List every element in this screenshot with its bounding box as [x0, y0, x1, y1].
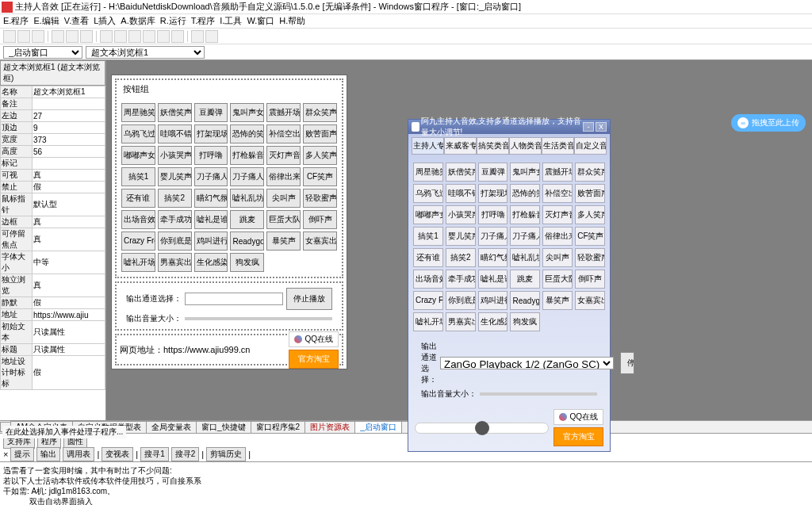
- tool-btn[interactable]: [143, 30, 155, 43]
- sound-button[interactable]: 女嘉宾出场: [303, 231, 337, 251]
- sound-button[interactable]: 婴儿笑声: [446, 227, 476, 246]
- prop-val[interactable]: 真: [33, 216, 105, 228]
- sound-button[interactable]: 打架现场: [478, 184, 508, 203]
- stop-button[interactable]: 停止播放: [620, 352, 634, 374]
- sound-button[interactable]: 跳麦: [230, 210, 264, 229]
- sound-button[interactable]: 生化感染: [194, 253, 228, 272]
- tool-btn[interactable]: [157, 30, 170, 43]
- sound-button[interactable]: 牵手成功: [158, 210, 192, 229]
- sound-button[interactable]: 打枪躲音: [510, 205, 540, 224]
- prop-val[interactable]: 超文本浏览框1: [33, 86, 105, 98]
- sound-button[interactable]: 鸡叫进行曲: [478, 291, 508, 310]
- sound-button[interactable]: 嘘礼开场(女声): [121, 253, 155, 272]
- sound-button[interactable]: 出场音效: [121, 210, 155, 229]
- sound-button[interactable]: 男嘉宾出场: [158, 253, 192, 272]
- menu-item[interactable]: A.数据库: [121, 15, 155, 27]
- sound-button[interactable]: 搞笑2: [446, 248, 476, 267]
- sound-button[interactable]: 周星驰笑: [413, 163, 443, 182]
- seek-slider[interactable]: [415, 423, 549, 434]
- sound-button[interactable]: 狗发疯: [510, 312, 540, 331]
- category-tab[interactable]: 主持人专用: [412, 137, 444, 155]
- sound-button[interactable]: 尖叫声: [266, 189, 301, 208]
- prop-val[interactable]: 只读属性: [33, 321, 105, 344]
- sound-button[interactable]: 巨蛋大队: [542, 270, 573, 289]
- sound-button[interactable]: 刀子痛人2: [510, 227, 540, 246]
- sound-button[interactable]: 暴笑声: [266, 231, 301, 251]
- sound-button[interactable]: 鬼叫声女: [510, 163, 540, 182]
- qq-button[interactable]: QQ在线: [289, 331, 339, 347]
- sound-button[interactable]: 刀子痛人2: [230, 167, 264, 186]
- prop-val[interactable]: https://www.ajiu: [33, 309, 105, 321]
- tool-btn[interactable]: [3, 30, 16, 43]
- tool-btn[interactable]: [32, 30, 44, 43]
- sound-button[interactable]: 败苦面声: [303, 124, 337, 143]
- menu-item[interactable]: I.工具: [220, 15, 242, 27]
- tool-btn[interactable]: [114, 30, 127, 43]
- sound-button[interactable]: 俗律出来: [266, 167, 301, 186]
- bottom-tab[interactable]: _启动窗口: [354, 421, 402, 434]
- bottom-tab[interactable]: 窗口程序集2: [251, 421, 306, 434]
- sound-button[interactable]: Readygo: [510, 291, 540, 310]
- sound-button[interactable]: 轻歌蜜声: [303, 189, 337, 208]
- sound-button[interactable]: CF笑声: [303, 167, 337, 186]
- output-channel-select[interactable]: [185, 293, 283, 305]
- sound-button[interactable]: 嘘礼是谁: [478, 270, 508, 289]
- btn[interactable]: 输出: [36, 447, 60, 461]
- sound-button[interactable]: 打架现场: [194, 124, 228, 143]
- category-tab[interactable]: 生活类音效: [542, 137, 574, 155]
- btn[interactable]: 变视表: [102, 447, 133, 461]
- prop-val[interactable]: 27: [33, 110, 105, 122]
- sound-button[interactable]: 你到底是谁: [158, 231, 192, 251]
- sound-button[interactable]: 妖僧笑声: [158, 103, 192, 122]
- sound-button[interactable]: 嘘礼是谁: [194, 210, 228, 229]
- sound-button[interactable]: 瞄幻气氛: [194, 189, 228, 208]
- sound-button[interactable]: 你到底是谁: [446, 291, 476, 310]
- prop-val[interactable]: 中等: [33, 251, 105, 274]
- prop-val[interactable]: 只读属性: [33, 344, 105, 356]
- sound-button[interactable]: 刀子痛人1: [194, 167, 228, 186]
- sound-button[interactable]: 出场音效: [413, 270, 443, 289]
- sound-button[interactable]: 还有谁: [413, 248, 443, 267]
- tool-btn[interactable]: [17, 30, 30, 43]
- sound-button[interactable]: 牵手成功: [446, 270, 476, 289]
- prop-val[interactable]: 默认型: [33, 193, 105, 216]
- sound-button[interactable]: 妖僧笑声: [446, 163, 476, 182]
- prop-val[interactable]: 56: [33, 146, 105, 158]
- sound-button[interactable]: 跳麦: [510, 270, 540, 289]
- sound-button[interactable]: 哇哦不错: [446, 184, 476, 203]
- menu-item[interactable]: E.编辑: [33, 15, 59, 27]
- sound-button[interactable]: Crazy Frog特技: [413, 291, 443, 310]
- window-combo[interactable]: _启动窗口: [3, 46, 82, 59]
- category-tab[interactable]: 搞笑类音效: [477, 137, 509, 155]
- menu-item[interactable]: H.帮助: [279, 15, 305, 27]
- sound-button[interactable]: 搞笑1: [413, 227, 443, 246]
- sound-button[interactable]: Crazy Frog特技: [121, 231, 155, 251]
- sound-button[interactable]: 嘘礼乱坊: [230, 189, 264, 208]
- sound-button[interactable]: 恐怖的笑: [510, 184, 540, 203]
- menu-item[interactable]: L插入: [94, 15, 116, 27]
- tool-btn[interactable]: [100, 30, 113, 43]
- tool-btn[interactable]: [205, 30, 218, 43]
- sound-button[interactable]: 尖叫声: [542, 248, 573, 267]
- sound-button[interactable]: 周星驰笑: [121, 103, 155, 122]
- sound-button[interactable]: 嘟嘟声女: [121, 146, 155, 165]
- sidebar-tab[interactable]: 超文本浏览框1 (超文本浏览框): [0, 60, 105, 86]
- stop-button[interactable]: 停止播放: [286, 288, 332, 310]
- sound-button[interactable]: 打呼噜: [194, 146, 228, 165]
- sound-button[interactable]: 倒吓声: [303, 210, 337, 229]
- bottom-tab[interactable]: 窗口_快捷键: [196, 421, 251, 434]
- control-combo[interactable]: 超文本浏览框1: [86, 46, 205, 59]
- sound-button[interactable]: 男嘉宾出场: [446, 312, 476, 331]
- tool-btn[interactable]: [80, 30, 93, 43]
- prop-val[interactable]: 假: [33, 356, 105, 390]
- btn[interactable]: 提示: [10, 447, 34, 461]
- btn[interactable]: 搜寻2: [171, 447, 200, 461]
- category-tab[interactable]: 自定义音效: [574, 137, 607, 155]
- tool-btn[interactable]: [66, 30, 79, 43]
- sound-button[interactable]: 暴笑声: [542, 291, 573, 310]
- sound-button[interactable]: 多人笑声: [575, 205, 605, 224]
- sound-button[interactable]: 灭灯声音: [542, 205, 573, 224]
- sound-button[interactable]: 小孩哭声: [158, 146, 192, 165]
- sound-button[interactable]: 女嘉宾出场: [575, 291, 605, 310]
- sound-button[interactable]: 搞笑1: [121, 167, 155, 186]
